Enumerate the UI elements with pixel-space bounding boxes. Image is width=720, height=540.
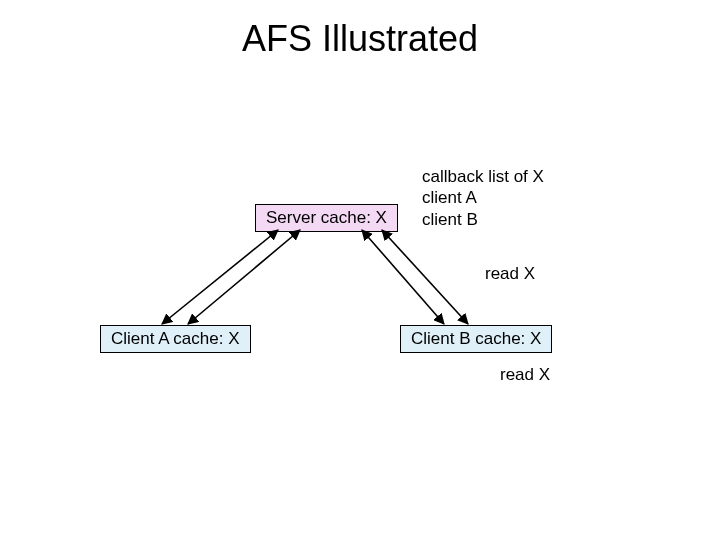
callback-list: callback list of X client A client B bbox=[422, 166, 544, 230]
callback-list-client-b: client B bbox=[422, 209, 544, 230]
server-cache-node: Server cache: X bbox=[255, 204, 398, 232]
svg-line-3 bbox=[382, 230, 468, 324]
server-cache-label: Server cache: X bbox=[266, 208, 387, 227]
read-x-label-lower: read X bbox=[500, 365, 550, 385]
svg-line-2 bbox=[362, 230, 444, 324]
diagram-arrows bbox=[0, 0, 720, 540]
read-x-label-upper: read X bbox=[485, 264, 535, 284]
page-title: AFS Illustrated bbox=[0, 18, 720, 60]
svg-line-1 bbox=[188, 230, 300, 324]
callback-list-client-a: client A bbox=[422, 187, 544, 208]
client-b-cache-node: Client B cache: X bbox=[400, 325, 552, 353]
client-a-cache-node: Client A cache: X bbox=[100, 325, 251, 353]
callback-list-title: callback list of X bbox=[422, 166, 544, 187]
client-a-cache-label: Client A cache: X bbox=[111, 329, 240, 348]
client-b-cache-label: Client B cache: X bbox=[411, 329, 541, 348]
svg-line-0 bbox=[162, 230, 278, 324]
